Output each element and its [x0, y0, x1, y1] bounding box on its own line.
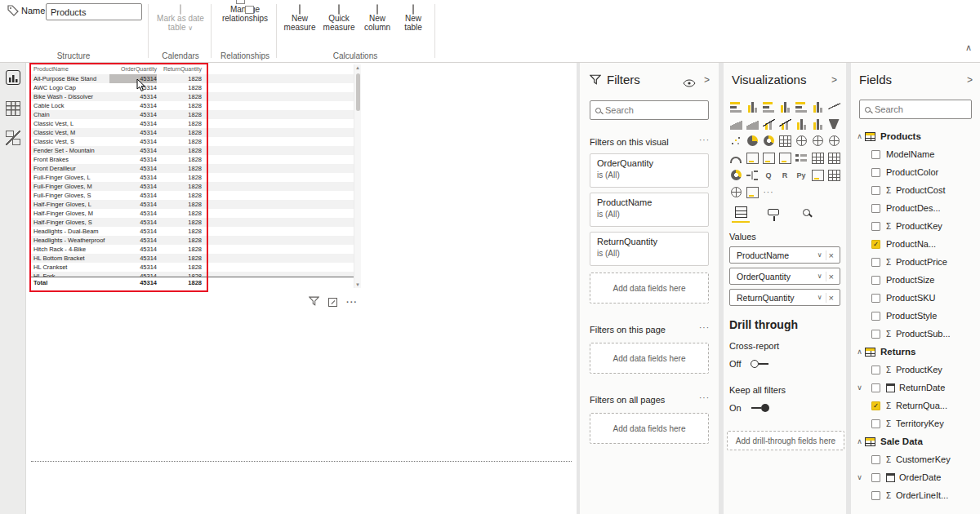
table-row[interactable]: Full-Finger Gloves, S 45314 1828 — [31, 191, 361, 200]
stacked-bar-chart-icon[interactable] — [728, 98, 744, 115]
field-checkbox[interactable] — [871, 455, 880, 464]
table-row[interactable]: Bike Wash - Dissolver 45314 1828 — [31, 92, 361, 101]
table-row[interactable]: AWC Logo Cap 45314 1828 — [31, 83, 361, 92]
fields-tab[interactable] — [732, 204, 750, 220]
quick-measure-button[interactable]: Quick measure — [320, 5, 358, 32]
table-row[interactable]: Classic Vest, L 45314 1828 — [31, 119, 361, 128]
field-checkbox[interactable] — [871, 222, 880, 231]
get-more-visuals-icon[interactable]: ··· — [760, 184, 777, 201]
field-row[interactable]: Σ ProductSub... — [851, 325, 980, 343]
line-chart-icon[interactable] — [826, 98, 842, 115]
field-row[interactable]: Σ ProductColor — [851, 163, 980, 181]
focus-mode-icon[interactable] — [328, 298, 337, 307]
field-row[interactable]: Σ CustomerKey — [851, 450, 980, 468]
table-row[interactable]: Headlights - Dual-Beam 45314 1828 — [31, 227, 361, 236]
filter-card[interactable]: ReturnQuantity is (All) — [590, 232, 709, 266]
field-row[interactable]: Σ ProductSKU — [851, 289, 980, 307]
field-checkbox[interactable] — [871, 204, 880, 213]
data-view-icon[interactable] — [6, 101, 20, 116]
field-checkbox[interactable] — [871, 168, 880, 177]
scroll-up-icon[interactable]: ▲ — [354, 65, 361, 70]
slicer-icon[interactable] — [793, 149, 809, 166]
100-stacked-column-chart-icon[interactable] — [809, 98, 826, 115]
arcgis-map-icon[interactable] — [728, 184, 744, 201]
table-row[interactable]: Full-Finger Gloves, L 45314 1828 — [31, 173, 361, 182]
power-apps-icon[interactable] — [744, 184, 760, 201]
keep-all-filters-toggle[interactable] — [751, 404, 769, 412]
expand-chevron-icon[interactable]: ∨ — [854, 383, 865, 392]
matrix-visual-icon[interactable] — [826, 149, 842, 166]
section-more-options-icon[interactable]: ··· — [699, 323, 710, 332]
field-row[interactable]: Σ ProductStyle — [851, 307, 980, 325]
table-row[interactable]: HL Bottom Bracket 45314 1828 — [31, 254, 361, 263]
visual-filters-dropzone[interactable]: Add data fields here — [590, 273, 709, 304]
clustered-column-chart-icon[interactable] — [777, 98, 793, 115]
stacked-area-chart-icon[interactable] — [744, 115, 760, 132]
table-row[interactable]: Chain 45314 1828 — [31, 110, 361, 119]
field-row[interactable]: Σ ProductKey — [851, 361, 980, 379]
table-row[interactable]: Headlights - Weatherproof 45314 1828 — [31, 236, 361, 245]
line-and-stacked-column-chart-icon[interactable] — [760, 115, 777, 132]
manage-relationships-button[interactable]: Manage relationships — [219, 5, 271, 23]
field-checkbox[interactable] — [871, 240, 880, 249]
expand-chevron-icon[interactable]: ∨ — [854, 473, 865, 481]
key-influencers-icon[interactable] — [728, 166, 744, 184]
table-visual[interactable]: ProductName OrderQuantity ReturnQuantity… — [31, 64, 361, 288]
collapse-pane-icon[interactable]: > — [831, 74, 837, 86]
line-and-clustered-column-chart-icon[interactable] — [777, 115, 793, 132]
ribbon-chart-icon[interactable] — [793, 115, 809, 132]
gauge-icon[interactable] — [728, 149, 744, 166]
field-row[interactable]: Σ ProductNa... — [851, 235, 980, 253]
python-visual-icon[interactable]: Py — [793, 166, 809, 184]
field-checkbox[interactable] — [871, 330, 880, 339]
table-scrollbar[interactable]: ▲ ▼ — [354, 64, 361, 288]
scatter-chart-icon[interactable] — [728, 132, 744, 149]
column-header[interactable]: ProductName — [31, 64, 109, 74]
field-checkbox[interactable] — [871, 401, 880, 410]
filter-card[interactable]: OrderQuantity is (All) — [590, 153, 709, 188]
shape-map-icon[interactable] — [826, 132, 842, 149]
table-row[interactable]: HL Crankset 45314 1828 — [31, 263, 361, 272]
field-checkbox[interactable] — [871, 366, 880, 374]
expand-chevron-icon[interactable]: ∧ — [854, 437, 865, 445]
filled-map-icon[interactable] — [809, 132, 826, 149]
column-header[interactable]: OrderQuantity — [109, 64, 157, 74]
fields-search[interactable] — [859, 100, 972, 119]
field-well[interactable]: ReturnQuantity ∨ × — [729, 289, 840, 306]
remove-field-icon[interactable]: × — [826, 293, 836, 303]
new-table-button[interactable]: New table — [397, 5, 430, 32]
field-row[interactable]: Σ TerritoryKey — [851, 414, 980, 432]
new-column-button[interactable]: New column — [359, 5, 395, 32]
field-checkbox[interactable] — [871, 312, 880, 321]
table-row[interactable]: Cable Lock 45314 1828 — [31, 101, 361, 110]
field-checkbox[interactable] — [871, 473, 880, 482]
field-row[interactable]: Σ OrderLineIt... — [851, 486, 980, 504]
field-row[interactable]: ∨ Σ ReturnDate — [851, 379, 980, 397]
table-row[interactable]: Classic Vest, M 45314 1828 — [31, 128, 361, 137]
cross-report-toggle[interactable] — [751, 360, 768, 368]
field-row[interactable]: Σ ProductSize — [851, 271, 980, 289]
field-row[interactable]: Σ ProductDes... — [851, 199, 980, 217]
scroll-down-icon[interactable]: ▼ — [354, 282, 361, 287]
filters-search-input[interactable] — [605, 105, 703, 115]
page-filters-dropzone[interactable]: Add data fields here — [590, 343, 709, 374]
collapse-pane-icon[interactable]: > — [967, 74, 973, 86]
section-more-options-icon[interactable]: ··· — [699, 393, 710, 402]
field-checkbox[interactable] — [871, 186, 880, 195]
field-checkbox[interactable] — [871, 419, 880, 428]
100-stacked-bar-chart-icon[interactable] — [793, 98, 809, 115]
field-well[interactable]: OrderQuantity ∨ × — [729, 268, 840, 285]
collapse-ribbon-icon[interactable]: ∧ — [965, 42, 972, 53]
qa-visual-icon[interactable]: Q — [760, 166, 777, 184]
field-checkbox[interactable] — [871, 491, 880, 500]
field-checkbox[interactable] — [871, 150, 880, 159]
table-row[interactable]: Fender Set - Mountain 45314 1828 — [31, 146, 361, 155]
table-row[interactable]: Full-Finger Gloves, M 45314 1828 — [31, 182, 361, 191]
paginated-report-icon[interactable] — [826, 166, 842, 184]
waterfall-chart-icon[interactable] — [809, 115, 826, 132]
fields-search-input[interactable] — [875, 104, 966, 114]
eye-icon[interactable] — [683, 76, 696, 91]
drill-through-dropzone[interactable]: Add drill-through fields here — [727, 431, 844, 450]
r-script-visual-icon[interactable]: R — [777, 166, 793, 184]
pie-chart-icon[interactable] — [744, 132, 760, 149]
